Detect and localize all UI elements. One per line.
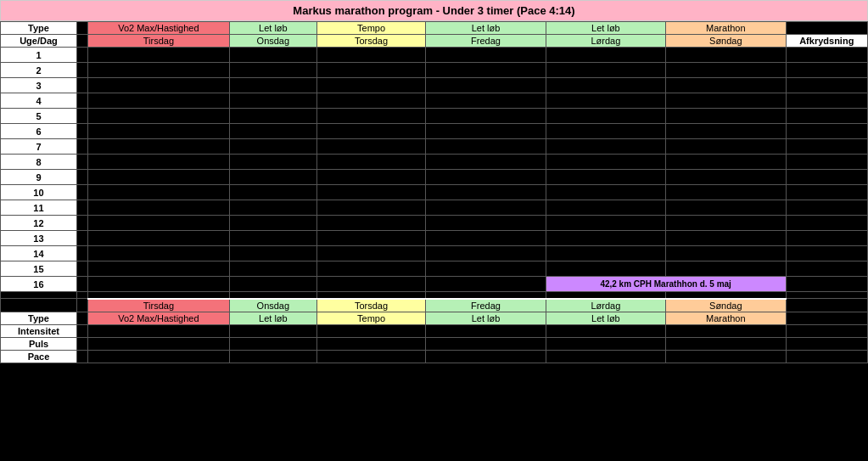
type-marathon: Marathon	[666, 22, 786, 35]
week-row-15: 15	[1, 261, 868, 277]
week-row-2: 2	[1, 63, 868, 78]
bottom-type-let2: Let løb	[426, 312, 546, 324]
bottom-type-vo2: Vo2 Max/Hastighed	[87, 312, 229, 324]
bottom-type-marathon: Marathon	[666, 312, 786, 324]
day-sondag: Søndag	[666, 35, 786, 48]
week-row-12: 12	[1, 216, 868, 231]
week-row-10: 10	[1, 185, 868, 200]
bottom-day-tirsdag: Tirsdag	[87, 299, 229, 312]
day-onsdag: Onsdag	[229, 35, 316, 48]
page-title: Markus marathon program - Under 3 timer …	[293, 4, 574, 17]
spacer2	[76, 35, 87, 48]
marathon-event: 42,2 km CPH Marathhon d. 5 maj	[546, 277, 786, 292]
type-let1: Let løb	[229, 22, 316, 35]
type-label: Type	[1, 22, 77, 35]
week-row-9: 9	[1, 170, 868, 185]
bottom-type-row: Type Vo2 Max/Hastighed Let løb Tempo Let…	[1, 312, 868, 324]
app-container: Markus marathon program - Under 3 timer …	[0, 0, 868, 363]
schedule-table: Type Vo2 Max/Hastighed Let løb Tempo Let…	[0, 21, 868, 363]
type-let3: Let løb	[546, 22, 665, 35]
week-row-6: 6	[1, 124, 868, 139]
separator-row	[1, 292, 868, 299]
uge-dag-label: Uge/Dag	[1, 35, 77, 48]
bottom-type-let3: Let løb	[546, 312, 665, 324]
title-bar: Markus marathon program - Under 3 timer …	[0, 0, 868, 21]
bottom-day-onsdag: Onsdag	[229, 299, 316, 312]
pace-row: Pace	[1, 350, 868, 363]
type-header-row: Type Vo2 Max/Hastighed Let løb Tempo Let…	[1, 22, 868, 35]
bottom-day-torsdag: Torsdag	[316, 299, 426, 312]
bottom-type-tempo: Tempo	[316, 312, 426, 324]
bottom-day-row: Tirsdag Onsdag Torsdag Fredag Lørdag Søn…	[1, 299, 868, 312]
week-row-8: 8	[1, 155, 868, 170]
spacer	[76, 22, 87, 35]
week-row-7: 7	[1, 139, 868, 155]
day-header-row: Uge/Dag Tirsdag Onsdag Torsdag Fredag Lø…	[1, 35, 868, 48]
week-row-11: 11	[1, 200, 868, 216]
day-torsdag: Torsdag	[316, 35, 426, 48]
puls-row: Puls	[1, 337, 868, 350]
week-row-1: 1	[1, 48, 868, 63]
type-vo2: Vo2 Max/Hastighed	[87, 22, 229, 35]
week-row-4: 4	[1, 93, 868, 109]
pace-label: Pace	[1, 350, 77, 363]
intensitet-row: Intensitet	[1, 324, 868, 337]
afkrydsning-label: Afkrydsning	[786, 35, 867, 48]
bottom-day-sondag: Søndag	[666, 299, 786, 312]
bottom-type-let1: Let løb	[229, 312, 316, 324]
week-row-13: 13	[1, 231, 868, 246]
spacer-right	[786, 22, 867, 35]
bottom-day-lordag: Lørdag	[546, 299, 665, 312]
week-row-3: 3	[1, 78, 868, 93]
intensitet-label: Intensitet	[1, 324, 77, 337]
day-fredag: Fredag	[426, 35, 546, 48]
bottom-type-label: Type	[1, 312, 77, 324]
week-row-14: 14	[1, 246, 868, 261]
type-tempo: Tempo	[316, 22, 426, 35]
type-let2: Let løb	[426, 22, 546, 35]
day-tirsdag: Tirsdag	[87, 35, 229, 48]
puls-label: Puls	[1, 337, 77, 350]
bottom-day-fredag: Fredag	[426, 299, 546, 312]
week-row-16: 16 42,2 km CPH Marathhon d. 5 maj	[1, 277, 868, 292]
week-row-5: 5	[1, 109, 868, 124]
day-lordag: Lørdag	[546, 35, 665, 48]
